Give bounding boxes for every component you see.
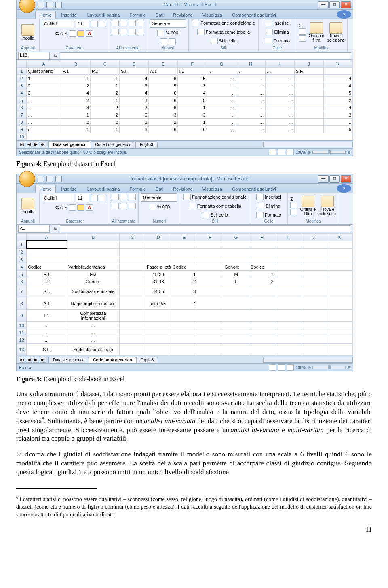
cell[interactable]: … [265, 68, 294, 75]
cell[interactable]: 4 [120, 75, 149, 82]
tab-review[interactable]: Revisione [169, 185, 197, 193]
col-header[interactable]: D [146, 234, 171, 241]
cell[interactable]: … [236, 68, 265, 75]
cell[interactable]: A.1 [149, 68, 178, 75]
minimize-button[interactable]: — [318, 1, 329, 8]
currency-icon[interactable] [157, 30, 164, 36]
as-table-button[interactable]: Formatta come tabella [206, 30, 250, 34]
office-button-icon[interactable] [19, 171, 35, 187]
bold-button[interactable]: G [55, 31, 59, 36]
row-header[interactable]: 7 [17, 111, 27, 119]
cell[interactable]: 5 [120, 111, 149, 119]
font-color-icon[interactable]: A [86, 30, 93, 37]
clear-icon[interactable] [299, 35, 306, 42]
col-header[interactable]: I [275, 234, 301, 241]
col-header[interactable]: A [27, 234, 67, 241]
cell[interactable]: 6 [149, 97, 178, 104]
zoom-in-button[interactable]: ⊕ [347, 150, 350, 155]
cell[interactable] [323, 68, 352, 75]
percent-icon[interactable]: % [157, 204, 161, 209]
insert-button[interactable]: Inserisci [265, 195, 281, 200]
cell[interactable]: 2 [91, 111, 120, 119]
cell[interactable]: 4 [178, 89, 207, 97]
sheet-tab[interactable]: Code book generico [89, 357, 136, 363]
as-table-icon[interactable] [189, 203, 196, 209]
tab-formulas[interactable]: Formule [125, 185, 150, 193]
formula-input[interactable] [60, 225, 351, 232]
fx-icon[interactable]: fx [54, 53, 57, 58]
font-color-icon[interactable]: A [86, 204, 93, 211]
row-header[interactable]: 5 [17, 97, 27, 104]
cell[interactable]: 1 [91, 97, 120, 104]
cell[interactable]: 2 [27, 82, 61, 89]
close-button[interactable]: ✕ [341, 1, 351, 8]
format-button[interactable]: Formato [273, 38, 290, 43]
cell[interactable]: … [207, 97, 236, 104]
cell-styles-icon[interactable] [211, 38, 218, 44]
cell[interactable]: 1 [91, 75, 120, 82]
cell[interactable]: 3 [178, 82, 207, 89]
next-sheet-icon[interactable]: ▶ [33, 357, 39, 363]
clear-icon[interactable] [290, 209, 297, 215]
cell[interactable]: 5 [323, 89, 352, 97]
cell[interactable] [294, 111, 323, 119]
select-all[interactable] [17, 60, 27, 68]
zoom-slider[interactable] [312, 366, 346, 369]
cell[interactable]: 1 [61, 126, 91, 133]
cell[interactable]: 2 [91, 89, 120, 97]
cond-format-button[interactable]: Formattazione condizionale [192, 195, 247, 200]
cell[interactable]: … [27, 119, 61, 126]
cell[interactable]: 4 [323, 82, 352, 89]
cell[interactable]: 4 [323, 104, 352, 111]
cell[interactable]: 1 [91, 82, 120, 89]
tab-home[interactable]: Home [35, 185, 56, 193]
col-header[interactable]: C [91, 60, 120, 68]
align-center-icon[interactable] [120, 29, 127, 35]
cell[interactable]: … [236, 97, 265, 104]
format-button[interactable]: Formato [265, 212, 281, 217]
cell[interactable]: 2 [149, 119, 178, 126]
worksheet[interactable]: ABCDEFGHIJK 1QuestionarioP.1P.2S.I.A.1I.… [17, 60, 353, 140]
cell[interactable]: … [265, 97, 294, 104]
cell[interactable]: 6 [149, 126, 178, 133]
tab-data[interactable]: Dati [151, 185, 168, 193]
align-left-icon[interactable] [112, 203, 119, 209]
prev-sheet-icon[interactable]: ◀ [26, 357, 32, 363]
cell[interactable]: … [27, 111, 61, 119]
cell[interactable]: … [265, 89, 294, 97]
cell[interactable]: … [207, 89, 236, 97]
cell[interactable] [294, 82, 323, 89]
insert-icon[interactable] [256, 194, 264, 200]
cell[interactable]: 1 [178, 104, 207, 111]
delete-button[interactable]: Elimina [266, 204, 280, 208]
cell[interactable]: 3 [120, 82, 149, 89]
currency-icon[interactable] [149, 204, 156, 210]
tab-review[interactable]: Revisione [169, 11, 197, 19]
cell[interactable]: 2 [61, 97, 91, 104]
cell[interactable]: S.F. [294, 68, 323, 75]
cell[interactable]: 4 [120, 89, 149, 97]
sheet-tab[interactable]: Foglio3 [135, 141, 158, 148]
sort-filter-button[interactable]: Ordina e filtra [299, 196, 317, 216]
font-select[interactable]: Calibri [42, 194, 74, 202]
col-header[interactable]: F [197, 234, 223, 241]
last-sheet-icon[interactable]: ⏭ [40, 357, 46, 363]
tab-insert[interactable]: Inserisci [57, 185, 82, 193]
cell[interactable] [294, 75, 323, 82]
align-bottom-icon[interactable] [129, 20, 136, 26]
cell[interactable]: … [236, 82, 265, 89]
cell[interactable]: 3 [61, 104, 91, 111]
cell[interactable]: 6 [149, 89, 178, 97]
name-box[interactable]: A1 [18, 225, 50, 233]
cell[interactable]: … [207, 104, 236, 111]
row-header[interactable]: 10 [17, 133, 27, 140]
sheet-tab[interactable]: Code book generico [91, 141, 136, 148]
row-header[interactable]: 3 [17, 82, 27, 89]
tab-insert[interactable]: Inserisci [57, 11, 82, 19]
cell[interactable]: … [236, 111, 265, 119]
fill-icon[interactable] [290, 202, 297, 208]
align-right-icon[interactable] [129, 29, 136, 35]
cell[interactable] [294, 126, 323, 133]
col-header[interactable]: J [294, 60, 323, 68]
zoom-out-button[interactable]: ⊖ [308, 150, 311, 155]
